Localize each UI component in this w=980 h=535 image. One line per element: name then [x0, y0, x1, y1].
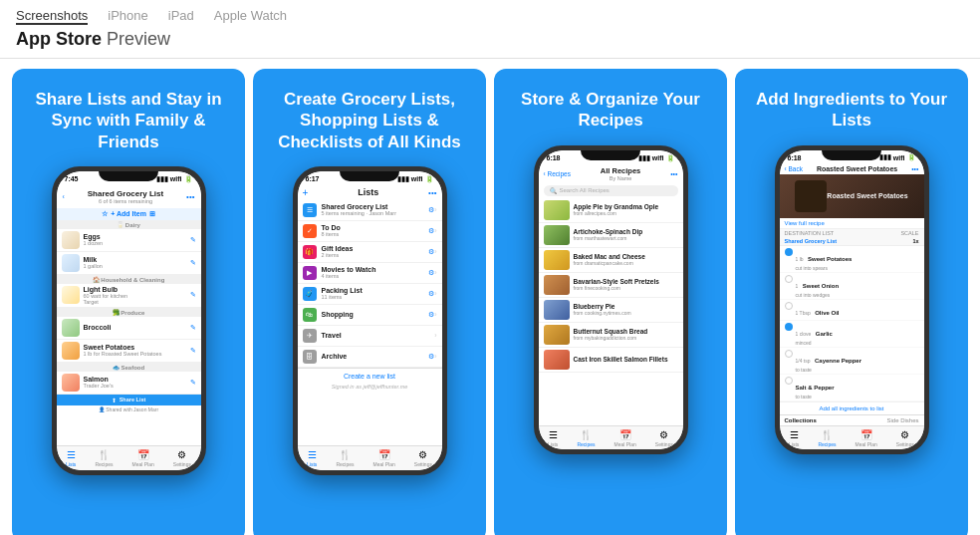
tab-iphone[interactable]: iPhone: [108, 8, 147, 25]
tab-mealplan-3[interactable]: 📅 Meal Plan: [614, 429, 636, 447]
tab-recipes-3[interactable]: 🍴 Recipes: [577, 429, 595, 447]
tab-recipes-1[interactable]: 🍴 Recipes: [95, 449, 113, 467]
p3-back-btn[interactable]: ‹ Recipes: [544, 170, 571, 177]
recipe-hero: Roasted Sweet Potatoes: [780, 174, 924, 217]
share-bar[interactable]: ⬆ Share List: [57, 395, 201, 405]
p1-more[interactable]: •••: [186, 192, 194, 201]
search-icon: 🔍: [550, 187, 557, 194]
tab-screenshots[interactable]: Screenshots: [16, 8, 88, 25]
tab-recipes-4[interactable]: 🍴 Recipes: [818, 429, 836, 447]
cast-salmon-thumb: [544, 350, 570, 370]
recipe-mac[interactable]: Baked Mac and Cheese from dramaticpancak…: [539, 248, 683, 273]
tab-lists-3[interactable]: ☰ Lists: [548, 429, 558, 447]
ing-detail-sweetpot: cut into spears: [796, 265, 853, 271]
tab-settings-3[interactable]: ⚙ Settings: [655, 429, 673, 447]
tab-mealplan-2[interactable]: 📅 Meal Plan: [373, 449, 395, 467]
lists-tab-icon-4: ☰: [790, 429, 799, 440]
p4-more-btn[interactable]: •••: [911, 165, 918, 172]
p2-add-btn[interactable]: +: [303, 187, 309, 198]
list-row-packing[interactable]: 🧳 Packing List 11 items ⚙ ›: [298, 284, 442, 305]
ing-name-sweetpot: Sweet Potatoes: [808, 256, 852, 262]
ing-check-cayenne[interactable]: [785, 350, 793, 358]
todo-arrow: ›: [434, 227, 436, 234]
p2-more-btn[interactable]: •••: [428, 188, 436, 197]
preview-label: Preview: [102, 29, 170, 49]
broccoli-name: Broccoli: [84, 324, 190, 331]
recipe-apple[interactable]: Apple Pie by Grandma Ople from allrecipe…: [539, 198, 683, 223]
recipes-tab-icon: 🍴: [98, 449, 110, 460]
list-row-todo[interactable]: ✓ To Do 8 items ⚙ ›: [298, 221, 442, 242]
salmon-text: Salmon Trader Joe's: [84, 376, 190, 389]
ing-check-salt[interactable]: [785, 377, 793, 385]
ing-name-salt: Salt & Pepper: [796, 385, 835, 391]
sweetpot-item: Sweet Potatoes 1 lb for Roasted Sweet Po…: [57, 340, 201, 363]
list-row-travel[interactable]: ✈ Travel ›: [298, 326, 442, 347]
p3-more-btn[interactable]: •••: [670, 170, 677, 177]
ing-onion: 1 Sweet Onion cut into wedges: [780, 273, 924, 300]
tab-lists-4[interactable]: ☰ Lists: [789, 429, 799, 447]
ing-check-sweetpot[interactable]: [785, 248, 793, 256]
tab-recipes-2[interactable]: 🍴 Recipes: [336, 449, 354, 467]
salmon-edit[interactable]: ✎: [190, 379, 196, 387]
tab-lists-2[interactable]: ☰ Lists: [307, 449, 317, 467]
p1-add-item-bar[interactable]: ☆ + Add Item ⊞: [57, 208, 201, 220]
tab-mealplan-1[interactable]: 📅 Meal Plan: [132, 449, 154, 467]
list-row-gifts[interactable]: 🎁 Gift Ideas 2 items ⚙ ›: [298, 242, 442, 263]
p4-back-btn[interactable]: ‹ Back: [785, 165, 803, 172]
mealplan-tab-label-4: Meal Plan: [856, 441, 877, 447]
ing-text-onion: 1 Sweet Onion cut into wedges: [796, 274, 840, 298]
hero-name: Roasted Sweet Potatoes: [827, 192, 907, 199]
sweetpot-edit[interactable]: ✎: [190, 347, 196, 355]
settings-tab-label-4: Settings: [896, 441, 914, 447]
milk-icon: [62, 254, 80, 272]
recipe-blueberry[interactable]: Blueberry Pie from cooking.nytimes.com: [539, 298, 683, 323]
ing-detail-onion: cut into wedges: [796, 292, 840, 298]
view-recipe-btn[interactable]: View full recipe: [780, 218, 924, 229]
mealplan-tab-label-2: Meal Plan: [373, 461, 395, 467]
ing-check-onion[interactable]: [785, 275, 793, 283]
bulb-store: Target: [84, 299, 190, 305]
dest-list-header: DESTINATION LIST SCALE: [780, 229, 924, 237]
settings-tab-icon-2: ⚙: [418, 449, 427, 460]
ing-check-olive[interactable]: [785, 302, 793, 310]
time-3: 6:18: [547, 154, 561, 161]
bulb-edit[interactable]: ✎: [190, 291, 196, 299]
tab-ipad[interactable]: iPad: [168, 8, 194, 25]
recipe-squash[interactable]: Butternut Squash Bread from mybakingaddi…: [539, 323, 683, 348]
tab-mealplan-4[interactable]: 📅 Meal Plan: [856, 429, 877, 447]
tab-settings-4[interactable]: ⚙ Settings: [896, 429, 914, 447]
seafood-section: 🐟 Seafood: [57, 363, 201, 372]
tab-apple-watch[interactable]: Apple Watch: [214, 8, 287, 25]
milk-text: Milk 1 gallon: [84, 256, 190, 269]
create-list-label: Create a new list: [344, 373, 395, 380]
list-row-archive[interactable]: 🗄 Archive ⚙ ›: [298, 347, 442, 368]
packing-name: Packing List: [322, 287, 429, 294]
time-2: 6:17: [306, 175, 320, 182]
archive-name: Archive: [322, 353, 429, 360]
milk-edit[interactable]: ✎: [190, 259, 196, 267]
artichoke-source: from marthastewart.com: [574, 235, 678, 241]
broccoli-item: Broccoli ✎: [57, 317, 201, 340]
list-row-shopping[interactable]: 🛍 Shopping ⚙ ›: [298, 305, 442, 326]
recipe-salmon[interactable]: Cast Iron Skillet Salmon Fillets: [539, 348, 683, 373]
p4-nav: ‹ Back Roasted Sweet Potatoes •••: [780, 163, 924, 174]
list-row-grocery[interactable]: ☰ Shared Grocery List 5 items remaining …: [298, 200, 442, 221]
tab-settings-2[interactable]: ⚙ Settings: [414, 449, 432, 467]
broccoli-edit[interactable]: ✎: [190, 324, 196, 332]
p3-search-bar[interactable]: 🔍 Search All Recipes: [544, 185, 678, 196]
ing-check-garlic[interactable]: [785, 323, 793, 331]
tab-lists-1[interactable]: ☰ Lists: [66, 449, 76, 467]
phone-4-screen: 6:18 ▮▮▮ wifi 🔋 ‹ Back Roasted Sweet Pot…: [780, 150, 924, 449]
p4-nav-title: Roasted Sweet Potatoes: [817, 165, 897, 172]
recipe-artichoke[interactable]: Artichoke-Spinach Dip from marthastewart…: [539, 223, 683, 248]
lists-tab-label-4: Lists: [789, 441, 799, 447]
mealplan-tab-label: Meal Plan: [132, 461, 154, 467]
eggs-edit[interactable]: ✎: [190, 236, 196, 244]
tab-settings-1[interactable]: ⚙ Settings: [173, 449, 191, 467]
produce-section: 🥦 Produce: [57, 308, 201, 317]
list-row-movies[interactable]: ▶ Movies to Watch 4 items ⚙ ›: [298, 263, 442, 284]
recipe-pretzel[interactable]: Bavarian-Style Soft Pretzels from fineco…: [539, 273, 683, 298]
p1-back[interactable]: ‹: [63, 193, 65, 200]
create-list-btn[interactable]: Create a new list: [298, 368, 442, 384]
add-all-btn[interactable]: Add all ingredients to list: [780, 401, 924, 414]
